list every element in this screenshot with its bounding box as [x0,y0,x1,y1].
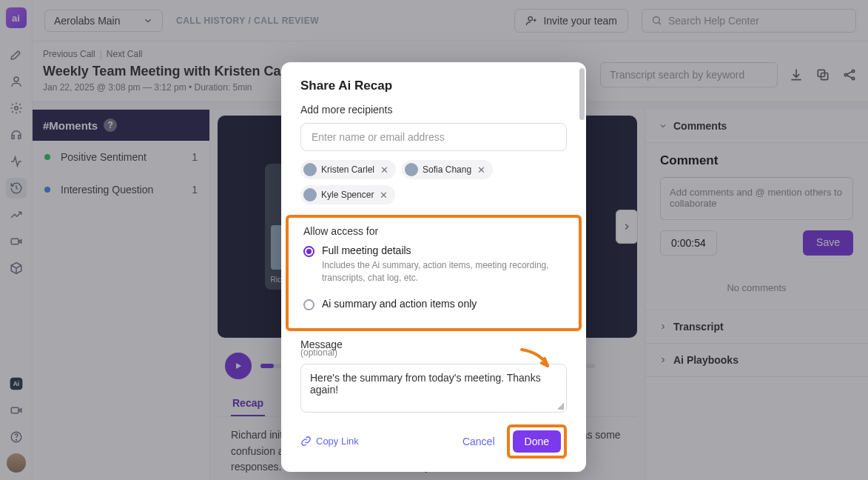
avatar-icon [405,163,418,176]
access-option-summary[interactable]: Ai summary and action items only [303,298,564,310]
message-value: Here's the summary from today's meeting.… [310,372,541,396]
access-label: Allow access for [303,225,564,237]
recipient-chip: Sofia Chang✕ [402,160,493,179]
recipient-chip: Kyle Spencer✕ [300,185,395,204]
chip-label: Kristen Carlel [321,164,374,175]
radio-label: Full meeting details [322,244,564,256]
chip-label: Kyle Spencer [321,190,374,200]
recipient-chips: Kristen Carlel✕ Sofia Chang✕ Kyle Spence… [300,160,567,204]
radio-label: Ai summary and action items only [322,298,477,310]
access-options-highlight: Allow access for Full meeting details In… [286,215,582,331]
cancel-button[interactable]: Cancel [462,436,495,447]
recipient-placeholder: Enter name or email address [312,131,445,143]
avatar-icon [303,163,317,176]
copy-link-label: Copy Link [316,436,359,447]
chip-label: Sofia Chang [423,164,471,175]
link-icon [300,436,312,447]
radio-description: Includes the Ai summary, action items, m… [322,259,564,284]
add-recipients-label: Add more recipients [300,104,567,116]
remove-chip-button[interactable]: ✕ [476,164,487,176]
avatar-icon [303,188,317,201]
copy-link-button[interactable]: Copy Link [300,436,359,447]
radio-icon[interactable] [303,299,314,310]
modal-title: Share Ai Recap [281,79,586,104]
modal-scrollbar[interactable] [579,68,585,466]
access-option-full[interactable]: Full meeting details Includes the Ai sum… [303,244,564,284]
recipient-input[interactable]: Enter name or email address [300,123,567,151]
remove-chip-button[interactable]: ✕ [378,190,389,201]
done-button-highlight: Done [507,424,567,459]
radio-icon[interactable] [303,246,314,257]
modal-footer: Copy Link Cancel Done [281,413,586,459]
share-recap-modal: Share Ai Recap Add more recipients Enter… [281,62,586,472]
annotation-arrow-icon [518,347,555,373]
recipient-chip: Kristen Carlel✕ [300,160,396,179]
done-button[interactable]: Done [513,430,561,453]
remove-chip-button[interactable]: ✕ [379,164,390,176]
